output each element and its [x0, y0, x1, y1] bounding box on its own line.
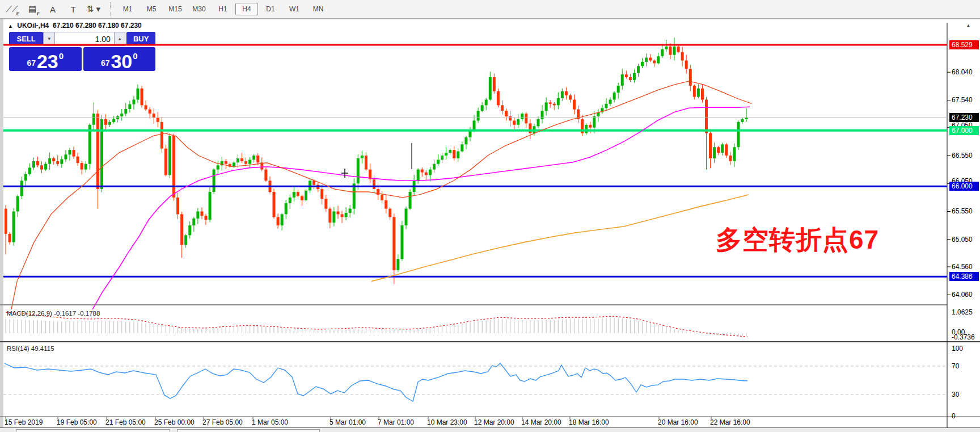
candle	[589, 125, 592, 128]
candle	[357, 158, 360, 183]
price-tick-67.540: 67.540	[952, 96, 973, 104]
candle	[5, 209, 7, 234]
candle	[461, 144, 463, 151]
candle	[569, 95, 572, 99]
candle	[565, 91, 568, 95]
candle	[741, 119, 744, 122]
candle	[233, 162, 235, 166]
candle	[609, 99, 612, 103]
indicator-axis-tick--0.3736: -0.3736	[952, 333, 975, 341]
candle	[149, 110, 151, 114]
date-label: 5 Mar 01:00	[330, 418, 366, 426]
candle	[621, 74, 624, 86]
candle	[12, 211, 15, 242]
candle	[289, 198, 292, 203]
candle	[77, 157, 79, 163]
candle	[341, 214, 344, 217]
candle	[188, 225, 191, 235]
candle	[693, 86, 696, 97]
candle	[168, 136, 171, 175]
candle	[172, 136, 175, 198]
candle	[248, 160, 251, 163]
candle	[176, 198, 179, 215]
candle	[73, 150, 75, 156]
candle	[332, 211, 335, 223]
candle	[617, 86, 620, 93]
candle	[365, 156, 368, 170]
candle	[96, 114, 99, 189]
candle	[561, 91, 564, 98]
date-label: 18 Mar 16:00	[569, 418, 609, 426]
candle	[160, 122, 163, 149]
date-label: 25 Feb 00:00	[154, 418, 195, 426]
candle	[205, 216, 208, 220]
candle	[145, 105, 147, 109]
candle	[729, 156, 732, 161]
candle	[112, 119, 115, 122]
price-tick-68.040: 68.040	[952, 68, 973, 76]
candle	[673, 47, 676, 55]
candle	[721, 144, 724, 153]
rsi-label: RSI(14) 49.4115	[7, 345, 54, 352]
candle	[409, 192, 412, 209]
date-label: 27 Feb 05:00	[202, 418, 243, 426]
date-label: 12 Mar 20:00	[474, 418, 514, 426]
macd-label: MACD(12,26,9) -0.1617 -0.1788	[7, 310, 100, 317]
candle	[293, 192, 295, 198]
candle	[725, 144, 728, 156]
candle	[481, 105, 484, 111]
candle	[641, 62, 644, 66]
candle	[485, 99, 488, 105]
candle	[373, 179, 375, 189]
chart-tabs-strip	[0, 427, 980, 432]
candle	[733, 147, 736, 161]
candle	[277, 217, 280, 225]
candle	[85, 164, 87, 170]
rsi-value: 49.4115	[31, 345, 54, 352]
candle	[701, 89, 704, 100]
chart-text-annotation: 多空转折点67	[716, 223, 879, 258]
candle	[525, 114, 527, 123]
candle	[417, 170, 420, 181]
date-label: 22 Mar 16:00	[710, 418, 750, 426]
price-badge-64.386: 64.386	[949, 272, 979, 281]
candle	[529, 123, 531, 133]
candle	[328, 209, 331, 223]
chart-canvas[interactable]	[0, 0, 980, 432]
scroll-position-icon[interactable]: ▲	[966, 23, 971, 28]
candle	[108, 122, 111, 125]
candle	[453, 150, 455, 158]
candle	[473, 120, 476, 130]
candle	[557, 98, 560, 105]
date-label: 19 Feb 05:00	[57, 418, 97, 426]
candle	[457, 152, 459, 158]
candle	[157, 118, 159, 121]
candle	[44, 164, 47, 170]
candle	[92, 114, 95, 125]
candle	[653, 61, 656, 64]
chart-tab[interactable]	[16, 429, 170, 432]
chart-tab[interactable]	[177, 429, 320, 432]
candle	[441, 156, 443, 160]
candle	[396, 259, 399, 270]
candle	[132, 99, 135, 104]
candle	[136, 89, 139, 100]
ma-slow-line	[371, 195, 749, 282]
candle	[192, 219, 195, 225]
date-label: 15 Feb 2019	[5, 418, 43, 426]
price-badge-67.000: 67.000	[949, 126, 979, 135]
candle	[661, 49, 664, 56]
candle	[629, 77, 632, 80]
candle	[128, 104, 131, 109]
mt4-terminal: { "toolbar": { "icons": [ {"name":"chann…	[0, 0, 980, 432]
indicator-axis-tick-1.0625: 1.0625	[952, 308, 973, 316]
candle	[56, 161, 59, 164]
date-label: 7 Mar 01:00	[378, 418, 414, 426]
date-label: 10 Mar 23:00	[427, 418, 467, 426]
price-tick-64.560: 64.560	[952, 263, 973, 271]
candle	[737, 122, 740, 147]
candle	[16, 196, 19, 211]
candle	[449, 150, 451, 153]
candle	[20, 181, 23, 196]
candle	[40, 165, 43, 169]
